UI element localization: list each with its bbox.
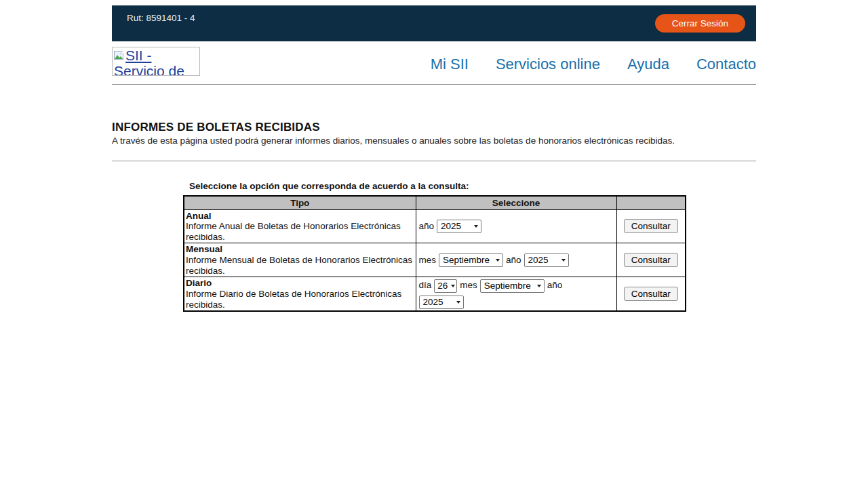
- anual-year-label: año: [419, 221, 435, 231]
- page-description: A través de esta página usted podrá gene…: [112, 136, 756, 146]
- mensual-consultar-button[interactable]: Consultar: [624, 253, 678, 267]
- table-row-anual: AnualInforme Anual de Boletas de Honorar…: [184, 209, 686, 243]
- table-header-row: Tipo Seleccione: [184, 196, 686, 209]
- mensual-year-select-wrap: 2025: [524, 253, 569, 267]
- mensual-month-select[interactable]: Septiembre: [439, 253, 503, 267]
- diario-year-label: año: [547, 280, 563, 290]
- content-divider: [112, 161, 756, 161]
- sii-logo-link[interactable]: SII - Servicio de: [112, 47, 200, 76]
- mensual-select-cell: mesSeptiembreaño2025: [416, 243, 616, 277]
- nav-item-contacto[interactable]: Contacto: [696, 56, 756, 73]
- diario-day-select[interactable]: 26: [434, 279, 457, 293]
- header-tipo: Tipo: [184, 196, 416, 209]
- top-bar: Rut: 8591401 - 4 Cerrar Sesión: [112, 5, 756, 41]
- mensual-year-select[interactable]: 2025: [524, 253, 569, 267]
- anual-action-cell: Consultar: [616, 209, 686, 243]
- diario-type-label: Diario: [186, 278, 414, 289]
- logout-button[interactable]: Cerrar Sesión: [655, 14, 745, 33]
- mensual-type-description: Informe Mensual de Boletas de Honorarios…: [186, 255, 412, 276]
- diario-type-cell: DiarioInforme Diario de Boletas de Honor…: [184, 277, 416, 311]
- header-divider: [112, 84, 756, 85]
- diario-month-label: mes: [460, 280, 477, 290]
- anual-type-label: Anual: [186, 211, 414, 222]
- nav-item-servicios-online[interactable]: Servicios online: [496, 56, 600, 73]
- page-container: Rut: 8591401 - 4 Cerrar Sesión SII - Ser…: [112, 5, 756, 312]
- mensual-action-cell: Consultar: [616, 243, 686, 277]
- anual-consultar-button[interactable]: Consultar: [624, 219, 678, 233]
- mensual-type-label: Mensual: [186, 244, 414, 255]
- page-title: INFORMES DE BOLETAS RECIBIDAS: [112, 121, 756, 134]
- report-table-section: Seleccione la opción que corresponda de …: [183, 181, 685, 312]
- mensual-month-label: mes: [419, 255, 437, 265]
- mensual-year-label: año: [506, 255, 521, 265]
- diario-consultar-button[interactable]: Consultar: [624, 287, 678, 301]
- diario-year-select[interactable]: 2025: [419, 296, 464, 309]
- table-caption: Seleccione la opción que corresponda de …: [183, 181, 685, 191]
- anual-select-cell: año2025: [416, 209, 616, 243]
- diario-action-cell: Consultar: [616, 277, 686, 311]
- rut-label: Rut: 8591401 - 4: [127, 13, 195, 23]
- table-row-mensual: MensualInforme Mensual de Boletas de Hon…: [184, 243, 686, 277]
- main-nav: Mi SII Servicios online Ayuda Contacto: [431, 56, 756, 73]
- diario-year-select-wrap: 2025: [419, 296, 464, 309]
- diario-day-label: día: [419, 280, 432, 290]
- diario-type-description: Informe Diario de Boletas de Honorarios …: [186, 289, 401, 310]
- broken-image-icon: [114, 51, 125, 63]
- anual-type-cell: AnualInforme Anual de Boletas de Honorar…: [184, 209, 416, 243]
- table-row-diario: DiarioInforme Diario de Boletas de Honor…: [184, 277, 686, 311]
- mensual-type-cell: MensualInforme Mensual de Boletas de Hon…: [184, 243, 416, 277]
- anual-year-select-wrap: 2025: [437, 220, 481, 233]
- header-row: SII - Servicio de Mi SII Servicios onlin…: [112, 41, 756, 84]
- anual-year-select[interactable]: 2025: [437, 220, 481, 233]
- diario-select-cell: día26mesSeptiembreaño 2025: [416, 277, 616, 311]
- diario-day-select-wrap: 26: [434, 279, 457, 293]
- mensual-month-select-wrap: Septiembre: [439, 253, 503, 267]
- nav-item-ayuda[interactable]: Ayuda: [627, 56, 669, 73]
- header-seleccione: Seleccione: [416, 196, 616, 209]
- anual-type-description: Informe Anual de Boletas de Honorarios E…: [186, 221, 401, 242]
- diario-month-select-wrap: Septiembre: [480, 279, 545, 293]
- nav-item-mi-sii[interactable]: Mi SII: [431, 56, 469, 73]
- header-empty: [616, 196, 686, 209]
- report-options-table: Tipo Seleccione AnualInforme Anual de Bo…: [183, 195, 686, 312]
- diario-month-select[interactable]: Septiembre: [480, 279, 545, 293]
